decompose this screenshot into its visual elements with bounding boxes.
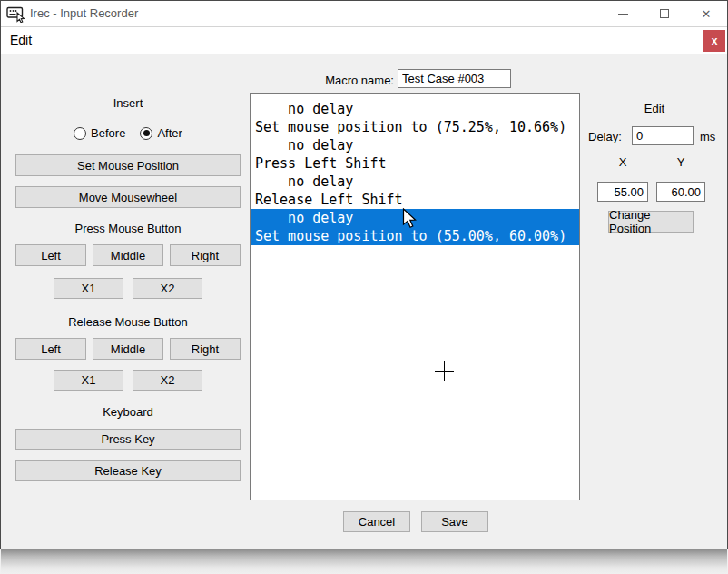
release-key-button[interactable]: Release Key [15, 460, 241, 481]
press-mouse-row: Left Middle Right [15, 244, 241, 266]
tab-edit[interactable]: Edit [10, 27, 32, 53]
list-item[interactable]: no delay [251, 173, 579, 191]
delay-input[interactable] [632, 126, 694, 145]
keyboard-heading: Keyboard [15, 405, 241, 419]
insert-panel: Insert Before After Set Mouse Position M… [15, 92, 241, 491]
y-label: Y [656, 155, 705, 169]
press-x2-button[interactable]: X2 [133, 278, 202, 299]
release-middle-button[interactable]: Middle [93, 338, 163, 360]
press-right-button[interactable]: Right [170, 244, 241, 266]
close-icon: ✕ [702, 8, 712, 20]
list-item[interactable]: Set mouse position to (55.00%, 60.00%) [251, 227, 579, 245]
x-label: X [597, 155, 648, 169]
close-button[interactable]: ✕ [685, 1, 727, 26]
window-title: Irec - Input Recorder [30, 1, 138, 26]
release-left-button[interactable]: Left [15, 338, 86, 360]
minimize-icon [618, 14, 628, 15]
window-controls: ✕ [602, 1, 727, 26]
cancel-button[interactable]: Cancel [343, 511, 410, 532]
list-item[interactable]: no delay [251, 100, 579, 118]
macro-name-label: Macro name: [310, 74, 394, 87]
release-mouse-x-row: X1 X2 [15, 370, 241, 391]
minimize-button[interactable] [602, 1, 644, 26]
edit-heading: Edit [586, 102, 723, 115]
tab-close-button[interactable]: x [703, 30, 725, 52]
list-item[interactable]: no delay [251, 136, 579, 154]
press-x1-button[interactable]: X1 [54, 278, 123, 299]
move-mousewheel-button[interactable]: Move Mousewheel [15, 186, 241, 208]
x-input[interactable] [597, 182, 648, 202]
insert-position-radios: Before After [15, 126, 241, 140]
set-mouse-position-button[interactable]: Set Mouse Position [15, 154, 241, 176]
edit-panel: Edit Delay: ms X Y Change Position [586, 92, 723, 237]
release-mouse-heading: Release Mouse Button [15, 315, 241, 329]
press-key-button[interactable]: Press Key [15, 429, 241, 450]
screen: Irec - Input Recorder ✕ Edit x Macro nam… [0, 0, 728, 574]
press-left-button[interactable]: Left [15, 244, 86, 266]
tab-bar: Edit x [1, 27, 727, 54]
event-list[interactable]: no delaySet mouse position to (75.25%, 1… [250, 93, 580, 500]
delay-label: Delay: [588, 130, 622, 144]
maximize-icon [660, 9, 669, 18]
delay-unit-label: ms [700, 130, 715, 144]
radio-before[interactable]: Before [74, 126, 125, 140]
press-mouse-heading: Press Mouse Button [15, 222, 241, 235]
window-drop-shadow [1, 549, 727, 574]
radio-before-label: Before [91, 126, 125, 140]
radio-after-label: After [157, 126, 182, 140]
y-input[interactable] [656, 182, 705, 202]
release-mouse-row: Left Middle Right [15, 338, 241, 360]
radio-after-circle[interactable] [140, 127, 152, 140]
title-bar[interactable]: Irec - Input Recorder ✕ [1, 1, 727, 27]
release-right-button[interactable]: Right [170, 338, 241, 360]
press-middle-button[interactable]: Middle [93, 244, 163, 266]
radio-after[interactable]: After [140, 126, 182, 140]
crosshair-icon [444, 361, 445, 381]
macro-name-input[interactable] [398, 69, 511, 88]
radio-before-circle[interactable] [74, 127, 86, 140]
save-button[interactable]: Save [421, 511, 488, 532]
app-icon [6, 5, 25, 23]
release-x2-button[interactable]: X2 [133, 370, 202, 391]
change-position-button[interactable]: Change Position [608, 211, 694, 233]
list-item[interactable]: Set mouse position to (75.25%, 10.66%) [251, 118, 579, 136]
mouse-pointer-icon [402, 208, 417, 229]
release-x1-button[interactable]: X1 [54, 370, 123, 391]
list-item[interactable]: Press Left Shift [251, 154, 579, 173]
list-item[interactable]: Release Left Shift [251, 191, 579, 209]
app-window: Irec - Input Recorder ✕ Edit x Macro nam… [0, 0, 728, 549]
press-mouse-x-row: X1 X2 [15, 278, 241, 299]
maximize-button[interactable] [644, 1, 685, 26]
insert-heading: Insert [15, 96, 241, 110]
